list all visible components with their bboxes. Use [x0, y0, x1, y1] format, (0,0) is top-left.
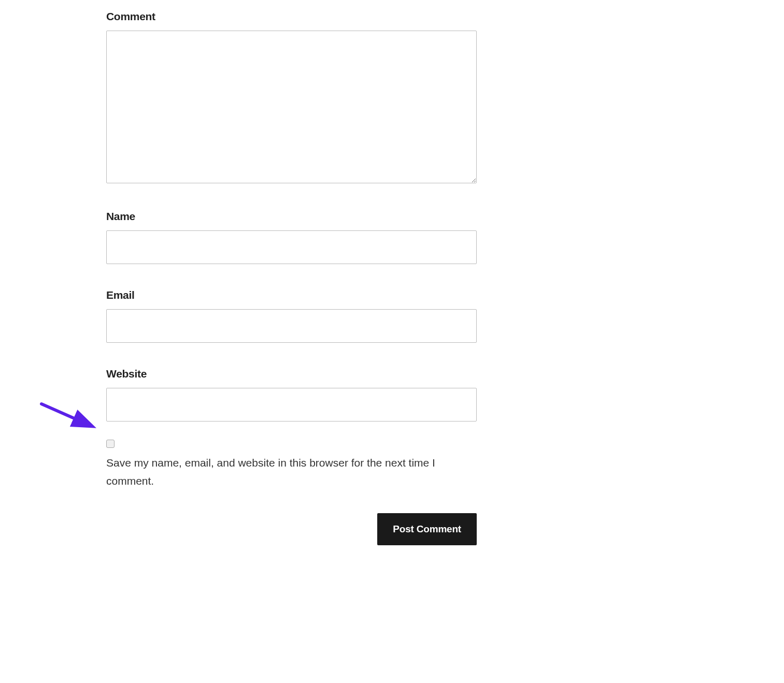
comment-label: Comment [106, 10, 477, 23]
name-label: Name [106, 210, 477, 223]
save-info-wrapper: Save my name, email, and website in this… [106, 440, 477, 490]
arrow-annotation-icon [36, 399, 104, 435]
website-input[interactable] [106, 388, 477, 422]
website-field-group: Website [106, 368, 477, 422]
email-label: Email [106, 289, 477, 301]
website-label: Website [106, 368, 477, 380]
post-comment-button[interactable]: Post Comment [377, 513, 477, 545]
email-input[interactable] [106, 309, 477, 343]
name-input[interactable] [106, 230, 477, 264]
comment-field-group: Comment [106, 10, 477, 185]
email-field-group: Email [106, 289, 477, 343]
save-info-label: Save my name, email, and website in this… [106, 454, 477, 490]
comment-textarea[interactable] [106, 31, 477, 183]
comment-form: Comment Name Email Website Save my name,… [106, 10, 477, 545]
svg-line-1 [41, 404, 91, 426]
name-field-group: Name [106, 210, 477, 264]
save-info-checkbox[interactable] [106, 440, 115, 448]
